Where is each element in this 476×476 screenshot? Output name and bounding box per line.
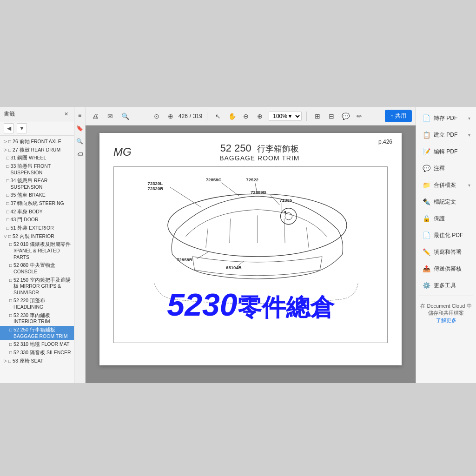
toolbar-email-btn[interactable]: ✉ [104,110,116,122]
toolbar-comment-btn[interactable]: 💬 [339,110,351,122]
toolbar-print-btn[interactable]: 🖨 [89,110,101,122]
toolbar-prev-page-btn[interactable]: ⊕ [165,110,177,122]
tree-icon-27: □ [8,147,11,153]
tree-arrow-42 [4,209,5,215]
svg-line-15 [284,218,285,243]
tree-label-52-220: 52 220 頂蓬布 HEADLINING [13,298,72,310]
tree-arrow-34 [4,178,5,184]
protect-icon: 🔒 [422,214,431,223]
rp-more-tools[interactable]: ⚙️ 更多工具 [419,278,473,293]
tree-label-52-230: 52 230 車內鋪板 INTERIOR TRIM [13,312,72,325]
toolbar-hand-btn[interactable]: ✋ [226,110,238,122]
toolbar-view-tools: ↖ ✋ ⊖ ⊕ [212,110,266,122]
tree-label-52-330: 52 330 隔音板 SILENCER [13,350,72,356]
pdf-header: MG 52 250 行李箱飾板 BAGGAGE ROOM TRIM [113,142,388,162]
tree-item-31[interactable]: □ 31 鋼圈 WHEEL [0,154,74,162]
tree-item-52-150[interactable]: □ 52 150 室內鏡把手及遮陽板 MIRROR GRIPS & SUNVIS… [0,276,74,297]
left-icon-layers[interactable]: ≡ [75,111,85,120]
tree-item-52-010[interactable]: □ 52 010 儀錶板及附屬零件 I/PANEL & RELATED PART… [0,240,74,261]
svg-text:72320L: 72320L [148,181,163,186]
toolbar-select-btn[interactable]: ↖ [212,110,224,122]
toolbar-zoom-in-btn[interactable]: ⊕ [254,110,266,122]
rp-annotate-label: 注釋 [434,165,445,172]
rp-create-pdf[interactable]: 📋 建立 PDF ▾ [419,127,473,142]
tree-item-34[interactable]: □ 34 後懸吊 REAR SUSPENSION [0,177,74,191]
tree-item-52-080[interactable]: □ 52 080 中央置物盒 CONSOLE [0,261,74,276]
fill-sign-icon: ✏️ [422,247,431,257]
optimize-icon: 📄 [422,231,431,240]
svg-line-8 [271,195,279,205]
zoom-select[interactable]: 100% ▾ [269,112,302,121]
tree-item-52-230[interactable]: □ 52 230 車內鋪板 INTERIOR TRIM [0,311,74,326]
tree-label-52-310: 52 310 地毯 FLOOR MAT [13,341,72,348]
pdf-area[interactable]: p.426 MG 52 250 行李箱飾板 BAGGAGE ROOM TRIM [86,126,416,383]
toolbar-pen-btn[interactable]: ✏ [353,110,365,122]
sidebar-header: 書籤 ✕ [0,107,74,121]
tree-item-35[interactable]: □ 35 煞車 BRAKE [0,191,74,199]
tree-arrow-51 [4,225,5,231]
sidebar-close-btn[interactable]: ✕ [62,110,70,118]
rp-learn-more-link[interactable]: 了解更多 [436,317,456,323]
left-icon-search[interactable]: 🔍 [75,137,85,146]
svg-line-18 [197,252,208,258]
tree-icon-52-250: □ [9,327,12,333]
rp-edit-pdf[interactable]: 📝 編輯 PDF [419,144,473,159]
rp-create-pdf-label: 建立 PDF [434,131,457,139]
toolbar-first-page-btn[interactable]: ⊙ [151,110,163,122]
rp-combine[interactable]: 📁 合併檔案 ▾ [419,178,473,192]
tree-item-51[interactable]: □ 51 外裝 EXTERIOR [0,224,74,232]
rp-protect[interactable]: 🔒 保護 [419,211,473,226]
toolbar: 🖨 ✉ 🔍 ⊙ ⊕ 426 / 319 ↖ [86,107,416,126]
toolbar-crop-btn[interactable]: ⊞ [311,110,324,122]
svg-text:72858B: 72858B [177,257,192,262]
share-icon: ↑ [390,113,393,119]
annotate-icon: 💬 [422,164,431,173]
tree-item-27[interactable]: ▷ □ 27 後鼓 REAR DRUM [0,146,74,154]
tree-item-33[interactable]: □ 33 前懸吊 FRONT SUSPENSION [0,162,74,177]
rp-send-review[interactable]: 📤 傳送供審核 [419,261,473,276]
left-icon-bookmark[interactable]: 🔖 [75,124,85,133]
tree-item-26[interactable]: ▷ □ 26 前軸 FRONT AXLE [0,138,74,146]
tree-item-52-220[interactable]: □ 52 220 頂蓬布 HEADLINING [0,297,74,311]
tree-item-52[interactable]: ▽ □ 52 內裝 INTERIOR [0,232,74,241]
tree-icon-26: □ [8,139,11,145]
tree-item-52-330[interactable]: □ 52 330 隔音板 SILENCER [0,349,74,357]
tree-item-52-250[interactable]: □ 52 250 行李箱鋪板 BAGGAGE ROOM TRIM [0,326,74,340]
sidebar-title: 書籤 [4,110,15,118]
tree-item-42[interactable]: □ 42 車身 BODY [0,208,74,216]
rp-redact[interactable]: ✒️ 標記定文 [419,194,473,209]
sidebar-back-btn[interactable]: ◀ [4,123,14,133]
tree-item-37[interactable]: □ 37 轉向系統 STEERING [0,199,74,208]
svg-text:72522: 72522 [246,177,258,182]
pdf-title-center: 52 250 行李箱飾板 BAGGAGE ROOM TRIM [132,142,388,162]
left-icon-tag[interactable]: 🏷 [75,150,85,159]
tree-label-37: 37 轉向系統 STEERING [11,200,72,207]
tree-arrow-37 [4,201,5,206]
tree-label-34: 34 後懸吊 REAR SUSPENSION [11,178,72,190]
rp-combine-label: 合併檔案 [434,181,456,189]
rp-convert-pdf[interactable]: 📄 轉存 PDF ▾ [419,111,473,126]
pdf-title-chinese: 行李箱飾板 [257,144,299,153]
tree-item-43[interactable]: □ 43 門 DOOR [0,216,74,224]
pdf-diagram-svg: 72320L 72320R 72858C 72522 72889B 72335 [119,172,383,315]
rp-fill-sign[interactable]: ✏️ 填寫和答署 [419,245,473,259]
pdf-diagram-box: 72320L 72320R 72858C 72522 72889B 72335 [113,166,388,343]
rp-annotate[interactable]: 💬 注釋 [419,161,473,176]
svg-point-21 [281,208,297,225]
toolbar-zoom-out-btn[interactable]: ⊖ [240,110,252,122]
toolbar-sep-1 [207,112,207,121]
svg-line-12 [206,227,208,247]
app-container: 書籤 ✕ ◀ ▼ ▷ □ 26 前軸 FRONT AXLE [0,0,476,476]
tree-icon-52-230: □ [9,312,12,318]
tree-item-52-310[interactable]: □ 52 310 地毯 FLOOR MAT [0,340,74,349]
rp-combine-arrow: ▾ [468,183,470,188]
toolbar-compare-btn[interactable]: ⊟ [325,110,337,122]
rp-optimize[interactable]: 📄 最佳化 PDF [419,228,473,243]
toolbar-search-btn[interactable]: 🔍 [119,110,131,122]
share-button[interactable]: ↑ 共用 [385,110,412,122]
tree-icon-53: □ [8,358,11,364]
toolbar-page-info: 426 / 319 [178,113,202,119]
sidebar-forward-btn[interactable]: ▼ [17,123,27,133]
more-tools-icon: ⚙️ [422,281,431,290]
tree-item-53[interactable]: ▷ □ 53 座椅 SEAT [0,357,74,365]
